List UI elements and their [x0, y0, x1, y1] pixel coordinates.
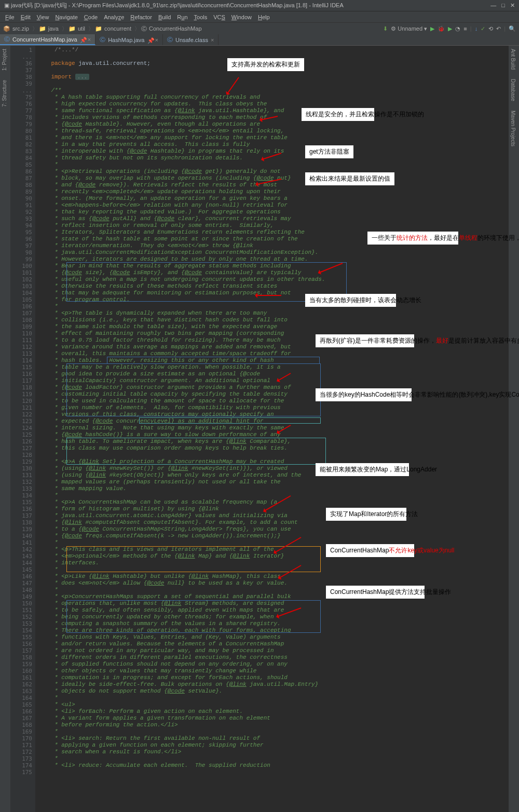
menu-view[interactable]: View — [34, 14, 52, 20]
breadcrumb-item[interactable]: Ⓒ ConcurrentHashMap — [141, 25, 202, 33]
breadcrumb-item[interactable]: 📦 src.zip — [3, 25, 29, 32]
tab-concurrenthashmap[interactable]: Ⓒ ConcurrentHashMap.java 📌 × — [0, 34, 95, 45]
breadcrumb-item[interactable]: 📁 util — [69, 25, 85, 32]
right-tool-strip: Ant Build Database Maven Projects — [509, 46, 519, 812]
code-viewport[interactable]: /*...*/ package java.util.concurrent; im… — [35, 46, 509, 812]
minimize-icon[interactable]: ― — [490, 2, 496, 9]
tool-ant[interactable]: Ant Build — [509, 46, 517, 73]
history-icon[interactable]: ⟲ — [488, 25, 493, 32]
close-icon[interactable]: × — [211, 37, 214, 43]
editor-area: 1...36373839...7576777879808182838485868… — [10, 46, 509, 812]
debug-icon[interactable]: 🐞 — [438, 25, 445, 32]
left-tool-strip: 1: Project 7: Structure — [0, 46, 10, 812]
tab-hashmap[interactable]: Ⓒ HashMap.java 📌 × — [95, 34, 163, 45]
class-icon: Ⓒ — [4, 35, 10, 43]
pin-icon: 📌 — [80, 37, 85, 42]
tool-project[interactable]: 1: Project — [0, 46, 9, 74]
close-icon[interactable]: × — [88, 36, 91, 43]
menu-analyze[interactable]: Analyze — [101, 14, 127, 20]
tool-structure[interactable]: 7: Structure — [0, 77, 9, 110]
menu-window[interactable]: Window — [228, 14, 255, 20]
menu-run[interactable]: Run — [174, 14, 190, 20]
app-icon: ▣ — [4, 2, 9, 9]
main-menu-bar: File Edit View Navigate Code Analyze Ref… — [0, 11, 519, 23]
search-icon[interactable]: 🔍 — [509, 25, 516, 32]
maximize-icon[interactable]: □ — [501, 2, 505, 9]
annotation-note: 一些关于统计的方法，最好是在单线程的环境下使用，不然它只满足监控或估算的目的，在… — [367, 232, 458, 245]
menu-code[interactable]: Code — [81, 14, 101, 20]
run-icon[interactable]: ▶ — [430, 25, 434, 32]
menu-vcs[interactable]: VCS — [210, 14, 228, 20]
revert-icon[interactable]: ↶ — [496, 25, 501, 32]
coverage-icon[interactable]: ▶ — [448, 25, 452, 32]
arrow-icon — [255, 295, 281, 296]
update-icon[interactable]: ↓ — [475, 25, 478, 32]
menu-build[interactable]: Build — [155, 14, 174, 20]
menu-refactor[interactable]: Refactor — [127, 14, 155, 20]
annotation-note: ConCurrentHashMap提供方法支持批量操作 — [326, 586, 425, 599]
annotation-note: 当很多的key的HashCode相等时会非常影响性能的(散列冲突),key实现C… — [316, 388, 412, 401]
breadcrumb-item[interactable]: 📁 java — [39, 25, 59, 32]
annotation-note: 实现了Map和Iterator的所有方法 — [326, 508, 406, 521]
annotation-note: 线程是安全的，并且检索操作是不用加锁的 — [302, 108, 374, 121]
annotation-note: ConCurrentHashMap不允许key或value为null — [326, 544, 414, 557]
commit-icon[interactable]: ✓ — [481, 25, 485, 32]
annotation-note: 能被用来频繁改变的Map，通过LongAdder — [316, 463, 409, 476]
breadcrumb-item[interactable]: 📁 concurrent — [95, 25, 131, 32]
menu-edit[interactable]: Edit — [18, 14, 34, 20]
build-icon[interactable]: ⬇ — [383, 25, 388, 32]
tool-maven[interactable]: Maven Projects — [509, 107, 517, 150]
class-icon: Ⓒ — [167, 36, 173, 44]
menu-navigate[interactable]: Navigate — [52, 14, 80, 20]
editor-tab-bar: Ⓒ ConcurrentHashMap.java 📌 × Ⓒ HashMap.j… — [0, 34, 519, 46]
close-icon[interactable]: ✕ — [510, 2, 515, 9]
navigation-bar: 📦 src.zip〉 📁 java〉 📁 util〉 📁 concurrent〉… — [0, 23, 519, 34]
close-icon[interactable]: × — [155, 37, 158, 43]
window-title: java代码 [D:\java代码] - X:\Program Files\Ja… — [11, 2, 344, 9]
annotation-note: 再散列(扩容)是一件非常耗费资源的操作，最好是提前计算放入容器中有多少的元素来手… — [316, 334, 414, 347]
pin-icon: 📌 — [147, 37, 153, 43]
sep: | — [470, 25, 472, 32]
menu-file[interactable]: File — [2, 14, 18, 20]
tool-database[interactable]: Database — [509, 76, 517, 104]
menu-tools[interactable]: Tools — [191, 14, 211, 20]
sep: | — [504, 25, 506, 32]
line-gutter: 1...36373839...7576777879808182838485868… — [10, 46, 35, 812]
annotation-note: 检索出来结果是最新设置的值 — [305, 172, 394, 185]
menu-help[interactable]: Help — [255, 14, 273, 20]
class-icon: Ⓒ — [100, 36, 105, 44]
stop-icon[interactable]: ■ — [463, 25, 467, 32]
annotation-note: 支持高并发的检索和更新 — [227, 58, 304, 71]
annotation-note: get方法非阻塞 — [305, 145, 353, 158]
profile-icon[interactable]: ◔ — [455, 25, 460, 32]
tab-unsafe[interactable]: Ⓒ Unsafe.class × — [163, 34, 218, 45]
window-title-bar: ▣ java代码 [D:\java代码] - X:\Program Files\… — [0, 0, 519, 11]
run-config-select[interactable]: ⚙ Unnamed ▾ — [391, 25, 427, 32]
annotation-note: 当有太多的散列碰撞时，该表会动态增长 — [305, 294, 396, 307]
